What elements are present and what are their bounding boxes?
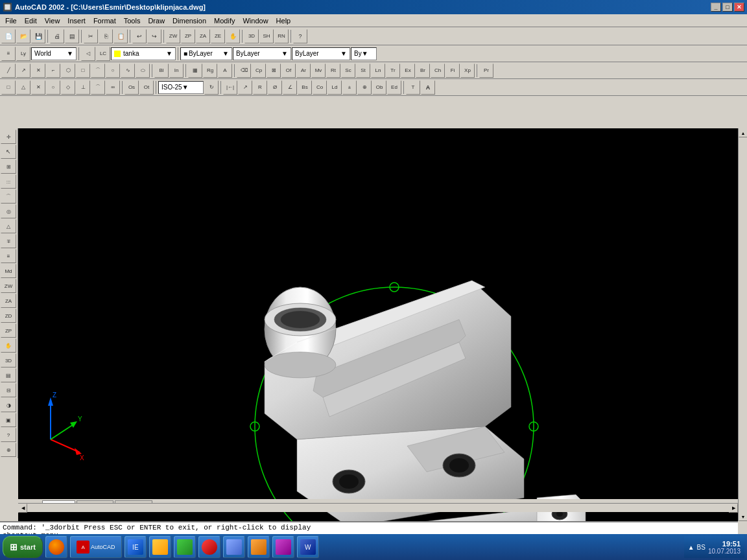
tb-move[interactable]: Mv xyxy=(311,64,326,78)
tb-text-multiline[interactable]: A xyxy=(421,80,435,95)
tb-ray[interactable]: ↗ xyxy=(16,64,30,78)
lt-lwt[interactable]: ≡ xyxy=(1,249,16,263)
tb-lengthen[interactable]: Ln xyxy=(371,64,385,78)
tb-cut[interactable]: ✂ xyxy=(84,29,98,43)
menu-edit[interactable]: Edit xyxy=(21,16,41,25)
tb-line[interactable]: ╱ xyxy=(1,64,16,78)
taskbar-explorer[interactable]: IE xyxy=(124,536,147,558)
tb-snap-mid[interactable]: △ xyxy=(16,80,30,95)
tb-new[interactable]: 📄 xyxy=(1,29,16,43)
tb-array[interactable]: Ar xyxy=(296,64,311,78)
lt-model[interactable]: Md xyxy=(1,264,16,278)
tb-dim-cont[interactable]: Co xyxy=(313,80,327,95)
lt-zoom-win2[interactable]: ZW xyxy=(1,279,16,293)
tb-pan[interactable]: ✋ xyxy=(226,29,240,43)
tb-break[interactable]: Br xyxy=(416,64,430,78)
tb-dim-center[interactable]: ⊕ xyxy=(357,80,372,95)
tb-help[interactable]: ? xyxy=(293,29,307,43)
tb-undo[interactable]: ↩ xyxy=(132,29,147,43)
minimize-btn[interactable]: _ xyxy=(711,3,721,12)
tb-chamfer[interactable]: Ch xyxy=(431,64,445,78)
taskbar-app1[interactable] xyxy=(174,536,196,558)
tb-dim-update[interactable]: ↻ xyxy=(204,80,219,95)
tb-otrack[interactable]: Ot xyxy=(139,80,154,95)
tb-scale[interactable]: Sc xyxy=(341,64,355,78)
title-controls[interactable]: _ □ ✕ xyxy=(711,3,744,12)
tb-arc[interactable]: ⌒ xyxy=(91,64,105,78)
layer-dropdown[interactable]: tanka ▼ xyxy=(111,47,176,60)
scroll-right-btn[interactable]: ▶ xyxy=(729,504,738,513)
scroll-track[interactable] xyxy=(739,137,747,512)
tb-layer-prev[interactable]: ◁ xyxy=(81,47,95,61)
tb-polyline[interactable]: ⌐ xyxy=(46,64,60,78)
tb-preview[interactable]: ▤ xyxy=(65,29,79,43)
tb-dim-base[interactable]: Bs xyxy=(298,80,312,95)
lt-select[interactable]: ↖ xyxy=(1,145,16,159)
tb-osnap[interactable]: Os xyxy=(124,80,139,95)
tb-ellipse[interactable]: ⬭ xyxy=(136,64,150,78)
ucs-dropdown[interactable]: World ▼ xyxy=(31,47,77,60)
tb-dim-align[interactable]: ↗ xyxy=(238,80,252,95)
tb-dim-tolerance[interactable]: ± xyxy=(342,80,357,95)
tb-make-object-layer[interactable]: Ly xyxy=(16,47,30,61)
tb-explode[interactable]: Xp xyxy=(460,64,475,78)
scroll-down-btn[interactable]: ▼ xyxy=(739,512,747,521)
menu-format[interactable]: Format xyxy=(89,16,120,25)
lt-zoom-prev2[interactable]: ZP xyxy=(1,323,16,338)
tb-polygon[interactable]: ⬡ xyxy=(61,64,75,78)
tb-snap-qua[interactable]: ◇ xyxy=(61,80,75,95)
horizontal-scrollbar[interactable]: ◀ ▶ xyxy=(18,503,738,512)
lt-render[interactable]: ▣ xyxy=(1,413,16,427)
tb-region[interactable]: Rg xyxy=(203,64,217,78)
tb-snap-per[interactable]: ⊥ xyxy=(76,80,90,95)
taskbar-folder[interactable] xyxy=(149,536,171,558)
tb-mirror[interactable]: ⊠ xyxy=(267,64,281,78)
lt-grid[interactable]: ::: xyxy=(1,174,16,189)
menu-help[interactable]: Help xyxy=(272,16,295,25)
lt-shade[interactable]: ◑ xyxy=(1,398,16,412)
vertical-scrollbar[interactable]: ▲ ▼ xyxy=(738,128,747,521)
lt-vport[interactable]: ⊟ xyxy=(1,383,16,397)
lt-zoom-all2[interactable]: ZA xyxy=(1,294,16,308)
tb-make-layer-current[interactable]: LC xyxy=(96,47,110,61)
tb-snap-cen[interactable]: ○ xyxy=(46,80,60,95)
tb-copy-obj[interactable]: Cp xyxy=(252,64,266,78)
lt-pan2[interactable]: ✋ xyxy=(1,338,16,353)
tb-snap-tan[interactable]: ⌒ xyxy=(91,80,105,95)
taskbar-word[interactable]: W xyxy=(297,536,319,558)
lt-otrack2[interactable]: ∓ xyxy=(1,234,16,248)
tb-save[interactable]: 💾 xyxy=(31,29,45,43)
scroll-up-btn[interactable]: ▲ xyxy=(739,128,747,137)
tb-layer-mgr[interactable]: ≡ xyxy=(1,47,16,61)
tb-trim[interactable]: Tr xyxy=(386,64,400,78)
taskbar-autocad[interactable]: A AutoCAD xyxy=(70,536,122,558)
tb-block[interactable]: Bl xyxy=(154,64,169,78)
tb-rotate[interactable]: Rt xyxy=(326,64,340,78)
tb-properties[interactable]: Pr xyxy=(479,64,493,78)
menu-dimension[interactable]: Dimension xyxy=(169,16,210,25)
tb-open[interactable]: 📂 xyxy=(16,29,30,43)
lt-zoom-dyn[interactable]: ZD xyxy=(1,309,16,323)
tb-dim-leader[interactable]: Ld xyxy=(327,80,342,95)
color-dropdown[interactable]: ■ ByLayer ▼ xyxy=(180,47,232,60)
lt-ortho[interactable]: ⌒ xyxy=(1,189,16,204)
menu-draw[interactable]: Draw xyxy=(144,16,169,25)
tb-snap-int[interactable]: ✕ xyxy=(31,80,45,95)
tb-copy[interactable]: ⎘ xyxy=(99,29,113,43)
tb-insert[interactable]: In xyxy=(169,64,184,78)
lt-osnap2[interactable]: △ xyxy=(1,219,16,233)
tb-spline[interactable]: ∿ xyxy=(121,64,135,78)
close-btn[interactable]: ✕ xyxy=(734,3,744,12)
tb-zoom-prev[interactable]: ZP xyxy=(181,29,195,43)
linetype-dropdown[interactable]: ByLayer ▼ xyxy=(233,47,291,60)
tb-dim-angular[interactable]: ∠ xyxy=(283,80,297,95)
tb-dim-linear[interactable]: |←| xyxy=(223,80,237,95)
dim-style-dropdown[interactable]: ISO-25 ▼ xyxy=(158,81,204,94)
tb-text-style[interactable]: T xyxy=(406,80,420,95)
lt-named-views[interactable]: ▤ xyxy=(1,368,16,382)
menu-insert[interactable]: Insert xyxy=(64,16,89,25)
tb-dim-diameter[interactable]: Ø xyxy=(268,80,282,95)
menu-view[interactable]: View xyxy=(41,16,64,25)
tb-stretch[interactable]: St xyxy=(356,64,370,78)
tb-snap-near[interactable]: ∞ xyxy=(106,80,120,95)
